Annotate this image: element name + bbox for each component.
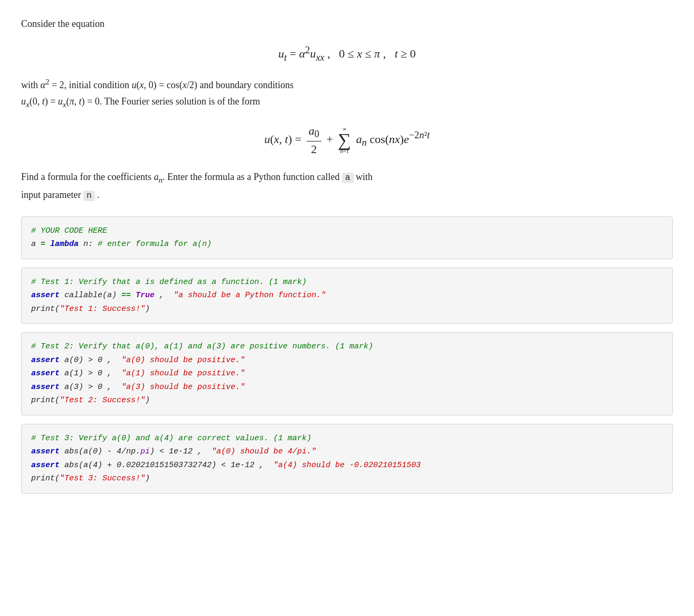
test2-comment: # Test 2: Verify that a(0), a(1) and a(3… [31,342,373,351]
code-block-test3: # Test 3: Verify a(0) and a(4) are corre… [21,424,673,494]
test2-assert3-line: assert a(3) > 0 , "a(3) should be positi… [31,383,245,392]
test1-print-line: print("Test 1: Success!") [31,305,150,314]
intro-text: Consider the equation [21,16,673,32]
code-block-user[interactable]: # YOUR CODE HERE a = lambda n: # enter f… [21,216,673,259]
test3-assert1-line: assert abs(a(0) - 4/np.pi) < 1e-12 , "a(… [31,447,316,456]
code-block-test1: # Test 1: Verify that a is defined as a … [21,268,673,324]
equation-1: ut = α2uxx , 0 ≤ x ≤ π , t ≥ 0 [21,45,673,63]
inline-code-a: a [342,173,354,183]
test3-assert2-line: assert abs(a(4) + 0.020210151503732742) … [31,461,421,470]
code-comment-1: # YOUR CODE HERE [31,226,107,235]
test3-comment: # Test 3: Verify a(0) and a(4) are corre… [31,434,311,443]
test2-print-line: print("Test 2: Success!") [31,396,150,405]
code-block-test2: # Test 2: Verify that a(0), a(1) and a(3… [21,332,673,415]
test1-assert-line: assert callable(a) == True , "a should b… [31,291,326,300]
code-line-2: a = lambda n: # enter formula for a(n) [31,240,212,249]
condition-paragraph: with α2 = 2, initial condition u(x, 0) =… [21,75,673,111]
prompt-paragraph: Find a formula for the coefficients an. … [21,169,673,203]
test2-assert2-line: assert a(1) > 0 , "a(1) should be positi… [31,369,245,378]
test2-assert1-line: assert a(0) > 0 , "a(0) should be positi… [31,356,245,365]
equation-2: u(x, t) = a0 2 + ∞ ∑ n=1 an cos(nx)e−2n²… [21,124,673,156]
inline-code-n: n [83,191,95,201]
test3-print-line: print("Test 3: Success!") [31,474,150,483]
test1-comment: # Test 1: Verify that a is defined as a … [31,278,307,287]
